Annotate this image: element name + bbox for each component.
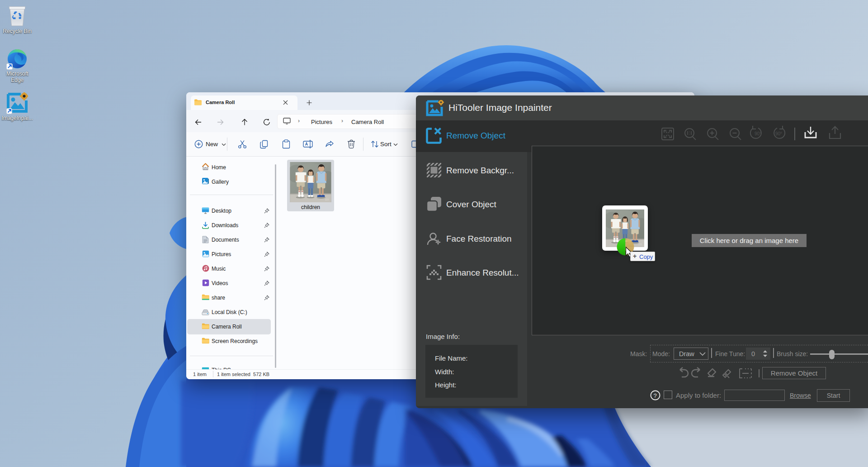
svg-text:?: ? [654, 392, 657, 399]
svg-text:123: 123 [325, 199, 329, 201]
svg-text:90°: 90° [775, 131, 782, 136]
svg-text:90°: 90° [755, 131, 761, 136]
